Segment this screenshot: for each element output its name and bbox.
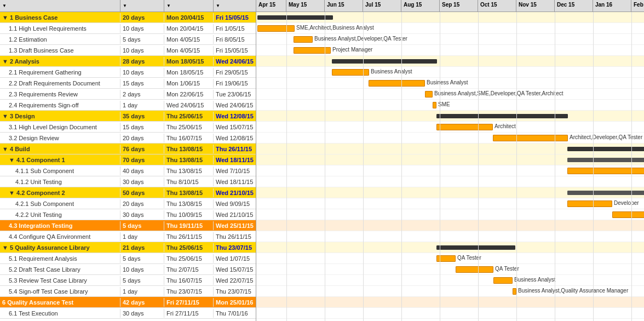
cell-start: Thu 23/07/15: [164, 287, 214, 296]
cell-start: Thu 16/07/15: [164, 134, 214, 142]
gantt-month-label: May 15: [286, 0, 325, 12]
table-row[interactable]: 3.2 Design Review 20 days Thu 16/07/15 W…: [0, 133, 256, 144]
cell-task: ▼ 3 Design: [0, 112, 120, 121]
table-row[interactable]: ▼ 4.1 Component 1 70 days Thu 13/08/15 W…: [0, 154, 256, 165]
table-body: ▼ 1 Business Case 20 days Mon 20/04/15 F…: [0, 12, 256, 321]
cell-finish: Thu 23/07/15: [214, 243, 256, 252]
table-row[interactable]: 6.1 Test Execution 30 days Fri 27/11/15 …: [0, 308, 256, 319]
col-header-finish[interactable]: ▼: [214, 0, 256, 12]
gantt-row: QA Tester: [256, 308, 644, 319]
gantt-row: [256, 297, 644, 308]
table-row[interactable]: 1.1 High Level Requirements 10 days Mon …: [0, 23, 256, 34]
cell-finish: Wed 12/08/15: [214, 112, 256, 121]
cell-task: ▼ 5 Quality Assurance Library: [0, 243, 120, 252]
gantt-row: Developer: [256, 231, 644, 242]
table-row[interactable]: 4.2.2 Unit Testing 30 days Thu 10/09/15 …: [0, 209, 256, 220]
table-row[interactable]: 5.1 Requirement Analysis 5 days Thu 25/0…: [0, 253, 256, 264]
cell-task: 2.4 Requirements Sign-off: [0, 101, 120, 110]
table-row[interactable]: 5.4 Sign-off Test Case Library 1 day Thu…: [0, 286, 256, 297]
table-row[interactable]: ▼ 5 Quality Assurance Library 21 days Th…: [0, 242, 256, 253]
table-row[interactable]: 4.1.1 Sub Component 40 days Thu 13/08/15…: [0, 165, 256, 176]
cell-finish: Mon 25/01/16: [214, 298, 256, 307]
cell-task: ▼ 2 Analysis: [0, 57, 120, 66]
table-row[interactable]: ▼ 4.2 Component 2 50 days Thu 13/08/15 W…: [0, 187, 256, 198]
cell-finish: Thu 26/11/15: [214, 145, 256, 153]
cell-finish: Fri 19/06/15: [214, 79, 256, 88]
gantt-row: SME,Architect,Business Analyst: [256, 23, 644, 34]
cell-finish: Wed 21/10/15: [214, 210, 256, 219]
gantt-bar-label: Developer: [614, 200, 639, 206]
table-row[interactable]: 6 Quality Assurance Test 42 days Fri 27/…: [0, 297, 256, 308]
gantt-row: Business Analyst: [256, 78, 644, 89]
cell-duration: 10 days: [120, 46, 164, 55]
table-row[interactable]: 3.1 High Level Design Document 15 days T…: [0, 122, 256, 133]
cell-finish: Wed 9/09/15: [214, 199, 256, 208]
cell-start: Mon 20/04/15: [164, 13, 214, 22]
cell-task: 4.4 Configure QA Environment: [0, 232, 120, 241]
gantt-bar-label: Business Analyst,Developer,QA Tester: [314, 36, 407, 42]
cell-task: 2.1 Requirement Gathering: [0, 68, 120, 77]
cell-start: Thu 13/08/15: [164, 156, 214, 164]
table-row[interactable]: 2.1 Requirement Gathering 10 days Mon 18…: [0, 67, 256, 78]
gantt-bar: [294, 47, 331, 54]
cell-task: 4.2.2 Unit Testing: [0, 210, 120, 219]
table-row[interactable]: ▼ 2 Analysis 28 days Mon 18/05/15 Wed 24…: [0, 56, 256, 67]
table-row[interactable]: 4.2.1 Sub Component 20 days Thu 13/08/15…: [0, 198, 256, 209]
gantt-bar-label: Architect,Developer,QA Tester: [570, 134, 642, 140]
gantt-row: Architect: [256, 122, 644, 133]
table-row[interactable]: 4.4 Configure QA Environment 1 day Thu 2…: [0, 231, 256, 242]
cell-start: Mon 1/06/15: [164, 79, 214, 88]
col-header-duration[interactable]: ▼: [120, 0, 164, 12]
table-row[interactable]: 1.3 Draft Business Case 10 days Mon 4/05…: [0, 45, 256, 56]
table-row[interactable]: 2.4 Requirements Sign-off 1 day Wed 24/0…: [0, 100, 256, 111]
gantt-month-label: Jul 15: [363, 0, 401, 12]
cell-start: Thu 13/08/15: [164, 145, 214, 153]
cell-start: Mon 22/06/15: [164, 90, 214, 99]
cell-finish: Wed 12/08/15: [214, 134, 256, 142]
cell-start: Thu 13/08/15: [164, 199, 214, 208]
gantt-bar-label: Business Analyst: [514, 277, 556, 283]
gantt-row: SME: [256, 100, 644, 111]
table-row[interactable]: 5.2 Draft Test Case Library 10 days Thu …: [0, 264, 256, 275]
table-row[interactable]: 2.2 Draft Requirements Document 15 days …: [0, 78, 256, 89]
cell-start: Thu 25/06/15: [164, 123, 214, 131]
cell-finish: Tue 23/06/15: [214, 90, 256, 99]
task-table: ▼ ▼ ▼ ▼ ▼ 1 Business Case 20 days Mon 20…: [0, 0, 256, 321]
cell-start: Thu 2/07/15: [164, 265, 214, 274]
table-row[interactable]: 4.3 Integration Testing 5 days Thu 19/11…: [0, 220, 256, 231]
gantt-bar-label: Business Analyst,SME,Developer,QA Tester…: [434, 90, 563, 96]
col-header-task[interactable]: ▼: [0, 0, 120, 12]
table-header: ▼ ▼ ▼ ▼: [0, 0, 256, 12]
cell-finish: Wed 18/11/15: [214, 177, 256, 186]
cell-finish: Fri 29/05/15: [214, 68, 256, 77]
table-row[interactable]: ▼ 1 Business Case 20 days Mon 20/04/15 F…: [0, 12, 256, 23]
table-row[interactable]: 2.3 Requirements Review 2 days Mon 22/06…: [0, 89, 256, 100]
cell-duration: 10 days: [120, 24, 164, 33]
gantt-bar: [369, 80, 425, 87]
cell-duration: 40 days: [120, 167, 164, 175]
table-row[interactable]: 1.2 Estimation 5 days Mon 4/05/15 Fri 8/…: [0, 34, 256, 45]
gantt-row: [256, 12, 644, 23]
finish-sort-icon: ▼: [216, 3, 220, 8]
table-row[interactable]: ▼ 3 Design 35 days Thu 25/06/15 Wed 12/0…: [0, 111, 256, 122]
gantt-row: Developer: [256, 176, 644, 187]
gantt-month-label: Aug 15: [401, 0, 440, 12]
table-row[interactable]: ▼ 4 Build 76 days Thu 13/08/15 Thu 26/11…: [0, 144, 256, 154]
table-row[interactable]: 4.1.2 Unit Testing 30 days Thu 8/10/15 W…: [0, 176, 256, 187]
gantt-row: Project Manager: [256, 45, 644, 56]
gantt-row: [256, 154, 644, 165]
gantt-bar: [436, 255, 456, 262]
cell-duration: 28 days: [120, 57, 164, 66]
cell-duration: 1 day: [120, 232, 164, 241]
gantt-bar: [436, 114, 568, 118]
cell-start: Thu 19/11/15: [164, 221, 214, 230]
gantt-bar-label: Business Analyst,Quality Assurance Manag…: [518, 288, 628, 294]
col-header-start[interactable]: ▼: [164, 0, 214, 12]
gantt-month-label: Feb 16: [631, 0, 644, 12]
cell-start: Mon 4/05/15: [164, 46, 214, 55]
gantt-month-label: Nov 15: [516, 0, 555, 12]
gantt-area: Apr 15May 15Jun 15Jul 15Aug 15Sep 15Oct …: [256, 0, 644, 321]
table-row[interactable]: 5.3 Review Test Case Library 5 days Thu …: [0, 275, 256, 286]
cell-finish: Wed 21/10/15: [214, 188, 256, 197]
gantt-row: [256, 111, 644, 122]
